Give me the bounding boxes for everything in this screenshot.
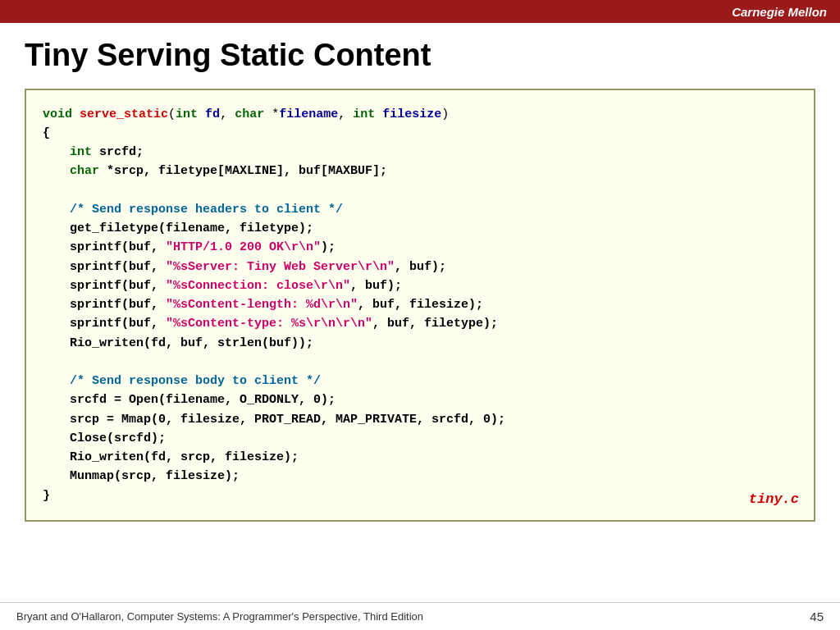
footer: Bryant and O'Hallaron, Computer Systems:… bbox=[0, 602, 840, 630]
code-line-19: } bbox=[43, 486, 797, 505]
code-blank-2 bbox=[43, 353, 797, 372]
code-blank-1 bbox=[43, 181, 797, 200]
code-line-17: Rio_writen(fd, srcp, filesize); bbox=[43, 448, 797, 467]
code-line-5: /* Send response headers to client */ bbox=[43, 200, 797, 219]
code-line-4: char *srcp, filetype[MAXLINE], buf[MAXBU… bbox=[43, 162, 797, 180]
code-line-14: srcfd = Open(filename, O_RDONLY, 0); bbox=[43, 390, 797, 409]
code-block: void serve_static(int fd, char *filename… bbox=[25, 89, 815, 522]
code-line-1: void serve_static(int fd, char *filename… bbox=[43, 105, 797, 124]
footer-page-number: 45 bbox=[810, 609, 824, 623]
code-line-13: /* Send response body to client */ bbox=[43, 372, 797, 390]
page-title: Tiny Serving Static Content bbox=[25, 38, 815, 74]
top-bar: Carnegie Mellon bbox=[0, 0, 840, 23]
code-line-7: sprintf(buf, "HTTP/1.0 200 OK\r\n"); bbox=[43, 238, 797, 257]
code-line-15: srcp = Mmap(0, filesize, PROT_READ, MAP_… bbox=[43, 410, 797, 429]
main-content: Tiny Serving Static Content void serve_s… bbox=[0, 23, 840, 530]
code-line-16: Close(srcfd); bbox=[43, 429, 797, 448]
code-line-8: sprintf(buf, "%sServer: Tiny Web Server\… bbox=[43, 258, 797, 276]
code-line-2: { bbox=[43, 124, 797, 143]
code-line-18: Munmap(srcp, filesize); bbox=[43, 467, 797, 486]
file-label: tiny.c bbox=[749, 489, 799, 510]
code-line-12: Rio_writen(fd, buf, strlen(buf)); bbox=[43, 334, 797, 353]
code-line-10: sprintf(buf, "%sContent-length: %d\r\n",… bbox=[43, 295, 797, 314]
footer-citation: Bryant and O'Hallaron, Computer Systems:… bbox=[16, 610, 423, 623]
code-line-6: get_filetype(filename, filetype); bbox=[43, 219, 797, 238]
code-line-3: int srcfd; bbox=[43, 143, 797, 162]
carnegie-mellon-logo: Carnegie Mellon bbox=[732, 5, 827, 19]
code-line-11: sprintf(buf, "%sContent-type: %s\r\n\r\n… bbox=[43, 314, 797, 333]
code-line-9: sprintf(buf, "%sConnection: close\r\n", … bbox=[43, 276, 797, 295]
